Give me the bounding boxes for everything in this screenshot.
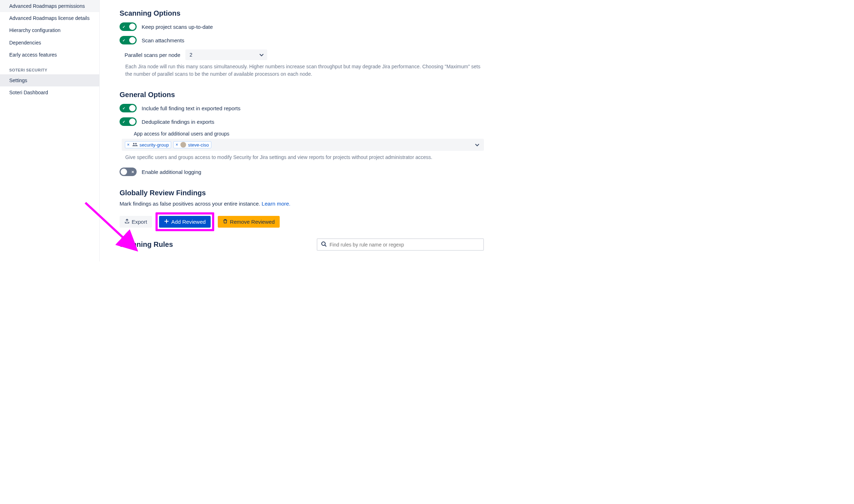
export-button[interactable]: Export xyxy=(120,216,152,228)
app-access-help: Give specific users and groups access to… xyxy=(125,154,484,161)
toggle-full-text-export[interactable]: ✓ xyxy=(120,104,137,112)
sidebar-item-early-access[interactable]: Early access features xyxy=(0,49,99,61)
svg-point-0 xyxy=(133,143,135,144)
sidebar-item-soteri-dashboard[interactable]: Soteri Dashboard xyxy=(0,86,99,99)
toggle-keep-scans-uptodate[interactable]: ✓ xyxy=(120,22,137,31)
sidebar-item-dependencies[interactable]: Dependencies xyxy=(0,37,99,49)
review-desc: Mark findings as false positives across … xyxy=(120,201,484,207)
toggle-label: Scan attachments xyxy=(142,37,184,43)
sidebar-item-advanced-roadmaps-license[interactable]: Advanced Roadmaps license details xyxy=(0,12,99,24)
sidebar-item-hierarchy-config[interactable]: Hierarchy configuration xyxy=(0,24,99,36)
main-content: Scanning Options ✓ Keep project scans up… xyxy=(100,0,498,261)
svg-point-1 xyxy=(135,143,137,144)
toggle-dedupe-exports[interactable]: ✓ xyxy=(120,117,137,126)
user-avatar-icon xyxy=(180,142,186,148)
annotation-highlight: Add Reviewed xyxy=(155,212,214,231)
chevron-down-icon xyxy=(259,52,264,58)
toggle-scan-attachments[interactable]: ✓ xyxy=(120,36,137,44)
rules-search-input[interactable] xyxy=(330,242,480,248)
sidebar-group-soteri: SOTERI SECURITY xyxy=(0,61,99,74)
review-findings-heading: Globally Review Findings xyxy=(120,189,484,197)
tag-label: steve-ciso xyxy=(188,142,209,148)
check-icon: ✓ xyxy=(122,38,125,42)
remove-reviewed-button[interactable]: Remove Reviewed xyxy=(218,216,280,228)
sidebar-item-advanced-roadmaps-permissions[interactable]: Advanced Roadmaps permissions xyxy=(0,0,99,12)
check-icon: ✓ xyxy=(122,25,125,29)
toggle-additional-logging[interactable]: ✕ xyxy=(120,168,137,176)
toggle-label: Keep project scans up-to-date xyxy=(142,24,213,30)
rules-search-box[interactable] xyxy=(317,238,484,251)
learn-more-link[interactable]: Learn more. xyxy=(262,201,290,207)
toggle-label: Deduplicate findings in exports xyxy=(142,119,214,125)
remove-tag-icon[interactable]: × xyxy=(175,142,179,147)
check-icon: ✓ xyxy=(122,106,125,110)
sidebar: Advanced Roadmaps permissions Advanced R… xyxy=(0,0,100,261)
remove-tag-icon[interactable]: × xyxy=(126,142,130,147)
parallel-scans-select[interactable]: 2 xyxy=(185,49,267,60)
tag-security-group: × security-group xyxy=(125,141,171,148)
chevron-down-icon xyxy=(475,142,479,148)
scanning-options-heading: Scanning Options xyxy=(120,9,484,17)
toggle-label: Enable additional logging xyxy=(142,169,201,175)
general-options-heading: General Options xyxy=(120,91,484,99)
tag-label: security-group xyxy=(139,142,169,148)
sidebar-item-settings[interactable]: Settings xyxy=(0,74,99,86)
toggle-label: Include full finding text in exported re… xyxy=(142,105,241,111)
parallel-help-text: Each Jira node will run this many scans … xyxy=(125,63,484,78)
scanning-rules-heading: Scanning Rules xyxy=(120,240,173,249)
parallel-scans-label: Parallel scans per node xyxy=(125,52,180,58)
tag-steve-ciso: × steve-ciso xyxy=(173,141,211,148)
svg-point-2 xyxy=(322,242,325,245)
app-access-label: App access for additional users and grou… xyxy=(134,131,484,137)
add-reviewed-button[interactable]: Add Reviewed xyxy=(159,216,211,228)
group-icon xyxy=(132,142,138,148)
x-icon: ✕ xyxy=(131,170,134,174)
trash-icon xyxy=(223,219,228,225)
export-icon xyxy=(125,219,130,225)
search-icon xyxy=(321,241,327,248)
app-access-multiselect[interactable]: × security-group × steve-ciso xyxy=(122,139,484,151)
check-icon: ✓ xyxy=(122,120,125,124)
plus-icon xyxy=(164,219,169,225)
